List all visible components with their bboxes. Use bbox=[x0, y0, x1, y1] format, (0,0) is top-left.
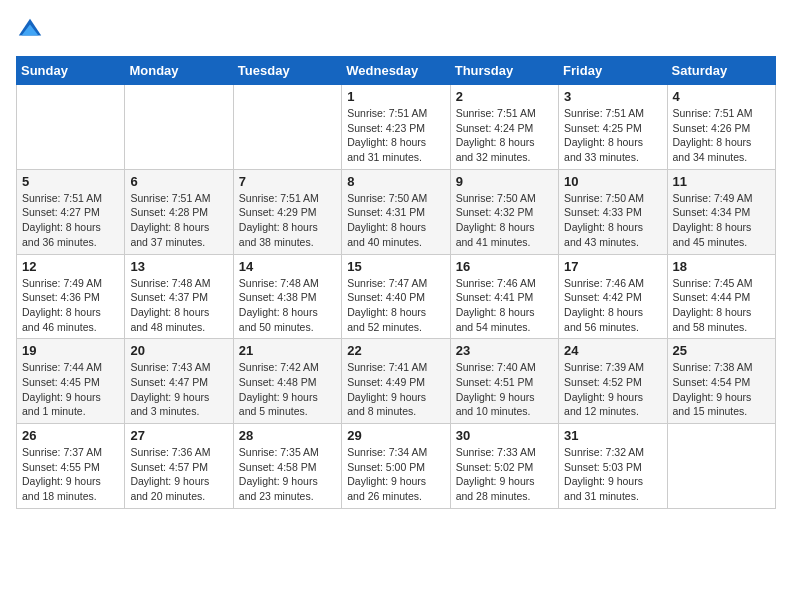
day-info: Sunrise: 7:37 AM Sunset: 4:55 PM Dayligh… bbox=[22, 445, 119, 504]
calendar-cell: 30Sunrise: 7:33 AM Sunset: 5:02 PM Dayli… bbox=[450, 424, 558, 509]
day-number: 24 bbox=[564, 343, 661, 358]
day-info: Sunrise: 7:35 AM Sunset: 4:58 PM Dayligh… bbox=[239, 445, 336, 504]
day-info: Sunrise: 7:48 AM Sunset: 4:38 PM Dayligh… bbox=[239, 276, 336, 335]
calendar-cell: 11Sunrise: 7:49 AM Sunset: 4:34 PM Dayli… bbox=[667, 169, 775, 254]
day-number: 21 bbox=[239, 343, 336, 358]
calendar-cell: 10Sunrise: 7:50 AM Sunset: 4:33 PM Dayli… bbox=[559, 169, 667, 254]
day-info: Sunrise: 7:51 AM Sunset: 4:24 PM Dayligh… bbox=[456, 106, 553, 165]
calendar-cell: 6Sunrise: 7:51 AM Sunset: 4:28 PM Daylig… bbox=[125, 169, 233, 254]
day-info: Sunrise: 7:50 AM Sunset: 4:31 PM Dayligh… bbox=[347, 191, 444, 250]
column-header-thursday: Thursday bbox=[450, 57, 558, 85]
column-header-monday: Monday bbox=[125, 57, 233, 85]
calendar-cell: 28Sunrise: 7:35 AM Sunset: 4:58 PM Dayli… bbox=[233, 424, 341, 509]
day-info: Sunrise: 7:33 AM Sunset: 5:02 PM Dayligh… bbox=[456, 445, 553, 504]
day-info: Sunrise: 7:46 AM Sunset: 4:41 PM Dayligh… bbox=[456, 276, 553, 335]
calendar-cell: 21Sunrise: 7:42 AM Sunset: 4:48 PM Dayli… bbox=[233, 339, 341, 424]
day-number: 9 bbox=[456, 174, 553, 189]
calendar-cell: 23Sunrise: 7:40 AM Sunset: 4:51 PM Dayli… bbox=[450, 339, 558, 424]
day-number: 6 bbox=[130, 174, 227, 189]
day-number: 27 bbox=[130, 428, 227, 443]
day-number: 11 bbox=[673, 174, 770, 189]
calendar-week-1: 1Sunrise: 7:51 AM Sunset: 4:23 PM Daylig… bbox=[17, 85, 776, 170]
column-header-sunday: Sunday bbox=[17, 57, 125, 85]
calendar-cell: 20Sunrise: 7:43 AM Sunset: 4:47 PM Dayli… bbox=[125, 339, 233, 424]
day-info: Sunrise: 7:42 AM Sunset: 4:48 PM Dayligh… bbox=[239, 360, 336, 419]
day-info: Sunrise: 7:51 AM Sunset: 4:26 PM Dayligh… bbox=[673, 106, 770, 165]
day-info: Sunrise: 7:45 AM Sunset: 4:44 PM Dayligh… bbox=[673, 276, 770, 335]
day-number: 28 bbox=[239, 428, 336, 443]
calendar-week-5: 26Sunrise: 7:37 AM Sunset: 4:55 PM Dayli… bbox=[17, 424, 776, 509]
day-info: Sunrise: 7:34 AM Sunset: 5:00 PM Dayligh… bbox=[347, 445, 444, 504]
day-info: Sunrise: 7:50 AM Sunset: 4:32 PM Dayligh… bbox=[456, 191, 553, 250]
column-header-friday: Friday bbox=[559, 57, 667, 85]
day-info: Sunrise: 7:43 AM Sunset: 4:47 PM Dayligh… bbox=[130, 360, 227, 419]
day-number: 17 bbox=[564, 259, 661, 274]
calendar-cell: 9Sunrise: 7:50 AM Sunset: 4:32 PM Daylig… bbox=[450, 169, 558, 254]
day-number: 22 bbox=[347, 343, 444, 358]
calendar-cell bbox=[667, 424, 775, 509]
day-number: 30 bbox=[456, 428, 553, 443]
calendar-cell: 29Sunrise: 7:34 AM Sunset: 5:00 PM Dayli… bbox=[342, 424, 450, 509]
day-number: 12 bbox=[22, 259, 119, 274]
day-number: 8 bbox=[347, 174, 444, 189]
calendar-cell: 25Sunrise: 7:38 AM Sunset: 4:54 PM Dayli… bbox=[667, 339, 775, 424]
day-info: Sunrise: 7:36 AM Sunset: 4:57 PM Dayligh… bbox=[130, 445, 227, 504]
day-number: 1 bbox=[347, 89, 444, 104]
day-info: Sunrise: 7:32 AM Sunset: 5:03 PM Dayligh… bbox=[564, 445, 661, 504]
calendar-cell: 2Sunrise: 7:51 AM Sunset: 4:24 PM Daylig… bbox=[450, 85, 558, 170]
day-number: 15 bbox=[347, 259, 444, 274]
calendar-cell bbox=[17, 85, 125, 170]
day-number: 7 bbox=[239, 174, 336, 189]
calendar-cell: 5Sunrise: 7:51 AM Sunset: 4:27 PM Daylig… bbox=[17, 169, 125, 254]
calendar-cell: 12Sunrise: 7:49 AM Sunset: 4:36 PM Dayli… bbox=[17, 254, 125, 339]
calendar-cell: 7Sunrise: 7:51 AM Sunset: 4:29 PM Daylig… bbox=[233, 169, 341, 254]
calendar-cell: 16Sunrise: 7:46 AM Sunset: 4:41 PM Dayli… bbox=[450, 254, 558, 339]
day-info: Sunrise: 7:48 AM Sunset: 4:37 PM Dayligh… bbox=[130, 276, 227, 335]
day-number: 5 bbox=[22, 174, 119, 189]
day-info: Sunrise: 7:51 AM Sunset: 4:25 PM Dayligh… bbox=[564, 106, 661, 165]
calendar-cell: 24Sunrise: 7:39 AM Sunset: 4:52 PM Dayli… bbox=[559, 339, 667, 424]
calendar-cell: 14Sunrise: 7:48 AM Sunset: 4:38 PM Dayli… bbox=[233, 254, 341, 339]
day-info: Sunrise: 7:51 AM Sunset: 4:23 PM Dayligh… bbox=[347, 106, 444, 165]
day-number: 31 bbox=[564, 428, 661, 443]
day-number: 2 bbox=[456, 89, 553, 104]
day-number: 20 bbox=[130, 343, 227, 358]
calendar-cell: 18Sunrise: 7:45 AM Sunset: 4:44 PM Dayli… bbox=[667, 254, 775, 339]
day-info: Sunrise: 7:51 AM Sunset: 4:29 PM Dayligh… bbox=[239, 191, 336, 250]
calendar-cell: 26Sunrise: 7:37 AM Sunset: 4:55 PM Dayli… bbox=[17, 424, 125, 509]
day-number: 14 bbox=[239, 259, 336, 274]
calendar-cell bbox=[125, 85, 233, 170]
day-info: Sunrise: 7:49 AM Sunset: 4:34 PM Dayligh… bbox=[673, 191, 770, 250]
logo-icon bbox=[16, 16, 44, 44]
column-header-saturday: Saturday bbox=[667, 57, 775, 85]
calendar-cell: 3Sunrise: 7:51 AM Sunset: 4:25 PM Daylig… bbox=[559, 85, 667, 170]
day-number: 3 bbox=[564, 89, 661, 104]
day-number: 16 bbox=[456, 259, 553, 274]
day-info: Sunrise: 7:47 AM Sunset: 4:40 PM Dayligh… bbox=[347, 276, 444, 335]
calendar-header-row: SundayMondayTuesdayWednesdayThursdayFrid… bbox=[17, 57, 776, 85]
day-number: 23 bbox=[456, 343, 553, 358]
calendar-cell: 1Sunrise: 7:51 AM Sunset: 4:23 PM Daylig… bbox=[342, 85, 450, 170]
day-info: Sunrise: 7:38 AM Sunset: 4:54 PM Dayligh… bbox=[673, 360, 770, 419]
day-info: Sunrise: 7:49 AM Sunset: 4:36 PM Dayligh… bbox=[22, 276, 119, 335]
calendar-cell bbox=[233, 85, 341, 170]
calendar-week-2: 5Sunrise: 7:51 AM Sunset: 4:27 PM Daylig… bbox=[17, 169, 776, 254]
page-header bbox=[16, 16, 776, 44]
day-info: Sunrise: 7:51 AM Sunset: 4:28 PM Dayligh… bbox=[130, 191, 227, 250]
calendar-cell: 31Sunrise: 7:32 AM Sunset: 5:03 PM Dayli… bbox=[559, 424, 667, 509]
day-info: Sunrise: 7:39 AM Sunset: 4:52 PM Dayligh… bbox=[564, 360, 661, 419]
calendar-cell: 22Sunrise: 7:41 AM Sunset: 4:49 PM Dayli… bbox=[342, 339, 450, 424]
logo bbox=[16, 16, 48, 44]
day-number: 4 bbox=[673, 89, 770, 104]
day-info: Sunrise: 7:40 AM Sunset: 4:51 PM Dayligh… bbox=[456, 360, 553, 419]
day-info: Sunrise: 7:50 AM Sunset: 4:33 PM Dayligh… bbox=[564, 191, 661, 250]
calendar-cell: 8Sunrise: 7:50 AM Sunset: 4:31 PM Daylig… bbox=[342, 169, 450, 254]
calendar-cell: 19Sunrise: 7:44 AM Sunset: 4:45 PM Dayli… bbox=[17, 339, 125, 424]
day-number: 29 bbox=[347, 428, 444, 443]
calendar-week-3: 12Sunrise: 7:49 AM Sunset: 4:36 PM Dayli… bbox=[17, 254, 776, 339]
calendar-cell: 27Sunrise: 7:36 AM Sunset: 4:57 PM Dayli… bbox=[125, 424, 233, 509]
day-info: Sunrise: 7:44 AM Sunset: 4:45 PM Dayligh… bbox=[22, 360, 119, 419]
calendar-cell: 15Sunrise: 7:47 AM Sunset: 4:40 PM Dayli… bbox=[342, 254, 450, 339]
day-number: 18 bbox=[673, 259, 770, 274]
calendar-cell: 17Sunrise: 7:46 AM Sunset: 4:42 PM Dayli… bbox=[559, 254, 667, 339]
